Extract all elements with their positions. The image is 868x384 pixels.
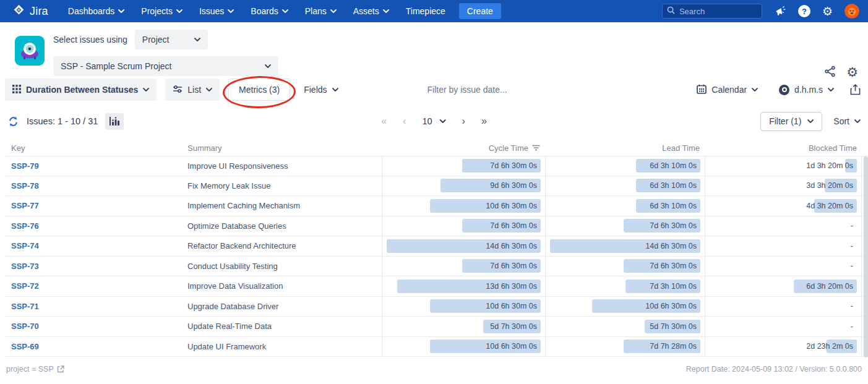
lead-time-cell: 7d 6h 30m 0s — [545, 216, 705, 236]
issue-key-link[interactable]: SSP-77 — [11, 201, 39, 210]
calendar-icon — [697, 84, 707, 96]
cycle-time-cell: 7d 6h 30m 0s — [382, 216, 545, 236]
metrics-button[interactable]: Metrics (3) — [228, 79, 290, 101]
report-toolbar: Duration Between Statuses List Metrics (… — [5, 78, 863, 101]
col-header-lead-time[interactable]: Lead Time — [545, 143, 705, 153]
blocked-time-cell: - — [705, 257, 862, 276]
nav-item-timepiece[interactable]: Timepiece — [406, 6, 445, 16]
blocked-time-cell: - — [705, 216, 862, 236]
sort-dropdown[interactable]: Sort — [833, 116, 861, 126]
issue-key-link[interactable]: SSP-79 — [11, 161, 39, 171]
user-avatar[interactable] — [844, 4, 859, 19]
report-header: Select issues using Project SSP - Sample… — [0, 22, 868, 77]
table-row: SSP-76Optimize Database Queries7d 6h 30m… — [5, 216, 868, 237]
col-header-blocked-time[interactable]: Blocked Time — [705, 143, 862, 153]
nav-item-projects[interactable]: Projects — [141, 6, 183, 16]
search-input[interactable] — [679, 7, 757, 16]
help-icon[interactable]: ? — [798, 5, 810, 17]
jql-query-label: project = SSP — [6, 365, 54, 373]
issue-key-link[interactable]: SSP-70 — [11, 322, 39, 331]
blocked-time-value: - — [851, 219, 853, 233]
issues-table: Key Summary Cycle Time Lead Time Blocked… — [5, 140, 868, 357]
table-row: SSP-73Conduct Usability Testing7d 6h 30m… — [5, 257, 868, 277]
share-icon[interactable] — [824, 66, 836, 80]
prev-page-button[interactable]: ‹ — [403, 116, 406, 127]
blocked-time-value: 3d 3h 20m 0s — [806, 179, 853, 192]
issue-key-link[interactable]: SSP-69 — [11, 342, 39, 351]
report-settings-gear-icon[interactable]: ⚙ — [846, 66, 858, 80]
next-page-button[interactable]: › — [462, 116, 465, 127]
nav-item-issues[interactable]: Issues — [199, 6, 234, 16]
issue-key-link[interactable]: SSP-76 — [11, 221, 39, 231]
lead-time-cell: 6d 3h 10m 0s — [545, 176, 705, 196]
report-type-dropdown[interactable]: Duration Between Statuses — [5, 79, 157, 101]
cycle-time-value: 10d 6h 30m 0s — [486, 339, 537, 353]
issues-count-label: Issues: 1 - 10 / 31 — [27, 116, 98, 126]
issue-source-select[interactable]: Project — [135, 30, 208, 49]
issue-key-link[interactable]: SSP-73 — [11, 262, 39, 271]
nav-item-boards[interactable]: Boards — [251, 6, 288, 16]
lead-time-cell: 7d 3h 10m 0s — [545, 276, 705, 296]
issue-summary: Upgrade Database Driver — [181, 297, 382, 317]
duration-format-dropdown[interactable]: d.h.m.s — [771, 79, 841, 101]
settings-gear-icon[interactable]: ⚙ — [822, 6, 833, 17]
calendar-dropdown[interactable]: Calendar — [689, 79, 765, 101]
lead-time-value: 7d 7h 28m 0s — [650, 339, 697, 353]
chart-view-button[interactable] — [105, 113, 124, 130]
view-mode-dropdown[interactable]: List — [165, 79, 220, 101]
create-button[interactable]: Create — [459, 3, 501, 19]
issue-key-link[interactable]: SSP-72 — [11, 281, 39, 291]
export-icon[interactable] — [848, 82, 863, 98]
global-search[interactable] — [662, 4, 762, 19]
report-footer: project = SSP Report Date: 2024-05-09 13… — [6, 365, 862, 373]
nav-item-assets[interactable]: Assets — [353, 6, 389, 16]
nav-menu: Dashboards Projects Issues Boards Plans … — [68, 6, 445, 16]
issue-date-filter-input[interactable] — [428, 85, 551, 95]
col-header-cycle-time[interactable]: Cycle Time — [382, 143, 545, 153]
cycle-time-value: 9d 6h 30m 0s — [490, 179, 537, 192]
issue-key-link[interactable]: SSP-71 — [11, 302, 39, 311]
issue-summary: Implement Caching Mechanism — [181, 196, 382, 216]
cycle-time-value: 14d 6h 30m 0s — [486, 239, 537, 253]
fields-dropdown[interactable]: Fields — [296, 79, 345, 101]
jira-logo-icon — [12, 4, 25, 19]
cycle-time-value: 7d 6h 30m 0s — [490, 159, 537, 173]
pagination: « ‹ 10 › » — [381, 116, 487, 127]
cycle-time-value: 5d 7h 30m 0s — [490, 320, 537, 333]
blocked-time-cell: - — [705, 297, 862, 317]
table-row: SSP-71Upgrade Database Driver10d 6h 30m … — [5, 297, 868, 317]
nav-item-plans[interactable]: Plans — [305, 6, 337, 16]
cycle-time-cell: 9d 6h 30m 0s — [382, 176, 545, 196]
last-page-button[interactable]: » — [481, 116, 487, 127]
issue-summary: Improve Data Visualization — [181, 276, 382, 296]
grid-icon — [12, 85, 21, 95]
announcements-icon[interactable] — [774, 5, 786, 17]
cycle-time-value: 7d 6h 30m 0s — [490, 259, 537, 273]
filter-dropdown[interactable]: Filter (1) — [760, 112, 822, 131]
select-issues-label: Select issues using — [53, 35, 127, 45]
table-row: SSP-77Implement Caching Mechanism10d 6h … — [5, 196, 868, 216]
table-body: SSP-79Improve UI Responsiveness7d 6h 30m… — [5, 156, 868, 357]
app-logo-icon — [15, 36, 45, 66]
external-link-icon[interactable] — [57, 365, 64, 373]
first-page-button[interactable]: « — [381, 116, 387, 127]
cycle-time-cell: 14d 6h 30m 0s — [382, 236, 545, 256]
issue-key-link[interactable]: SSP-78 — [11, 181, 39, 190]
jira-logo-text: Jira — [30, 5, 48, 18]
issue-key-link[interactable]: SSP-74 — [11, 241, 39, 250]
page-size-select[interactable]: 10 — [422, 116, 445, 126]
nav-item-dashboards[interactable]: Dashboards — [68, 6, 125, 16]
col-header-summary[interactable]: Summary — [181, 143, 382, 153]
filter-lines-icon — [532, 143, 540, 153]
table-row: SSP-70Update Real-Time Data5d 7h 30m 0s5… — [5, 317, 868, 337]
jira-logo[interactable]: Jira — [12, 4, 48, 19]
issue-summary: Fix Memory Leak Issue — [181, 176, 382, 196]
col-header-key[interactable]: Key — [5, 143, 181, 153]
issue-summary: Optimize Database Queries — [181, 216, 382, 236]
vertical-scrollbar[interactable] — [864, 156, 868, 357]
lead-time-value: 7d 3h 10m 0s — [650, 279, 697, 293]
issue-summary: Update UI Framework — [181, 337, 382, 357]
refresh-icon[interactable] — [7, 116, 19, 127]
table-row: SSP-78Fix Memory Leak Issue9d 6h 30m 0s6… — [5, 176, 868, 197]
project-select[interactable]: SSP - Sample Scrum Project — [53, 56, 278, 76]
